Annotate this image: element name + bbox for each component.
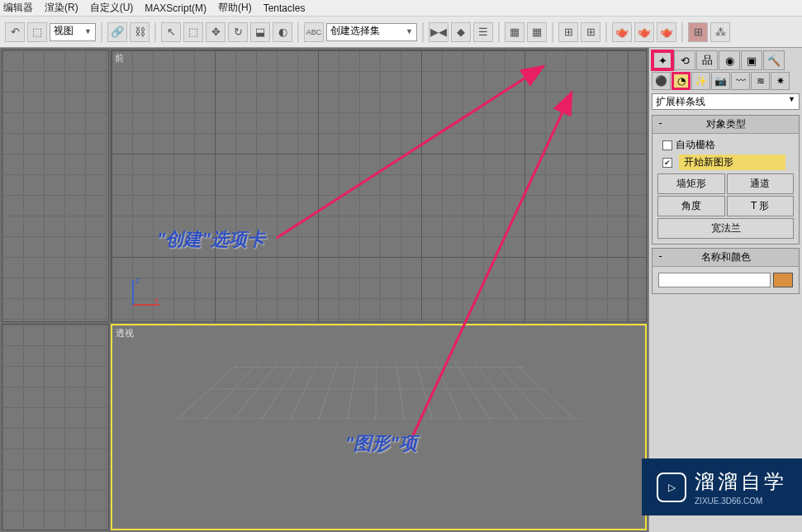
category-dropdown-label: 扩展样条线: [656, 96, 705, 107]
svg-text:z: z: [135, 276, 140, 285]
material-button[interactable]: ⊞: [558, 22, 578, 42]
menu-customize[interactable]: 自定义(U): [90, 1, 134, 15]
menu-maxscript[interactable]: MAXScript(M): [145, 2, 206, 14]
create-icon: ✦: [658, 55, 667, 67]
selection-set-dropdown[interactable]: 创建选择集: [326, 23, 417, 41]
watermark-url: ZIXUE.3D66.COM: [695, 496, 787, 506]
menu-help[interactable]: 帮助(H): [218, 1, 252, 15]
menu-render[interactable]: 渲染(R): [45, 1, 78, 15]
reference-button[interactable]: ◐: [273, 22, 292, 42]
menu-bar: 编辑器 渲染(R) 自定义(U) MAXScript(M) 帮助(H) Tent…: [0, 0, 802, 17]
start-new-shape-row: 开始新图形: [656, 153, 795, 172]
utilities-icon: 🔨: [767, 55, 781, 67]
separator: [101, 22, 102, 42]
shapes-icon: ◔: [677, 75, 686, 87]
scale-button[interactable]: ⬓: [250, 22, 270, 42]
start-new-shape-checkbox[interactable]: [662, 158, 672, 168]
name-color-row: [656, 270, 795, 290]
systems-icon: ✷: [776, 75, 785, 87]
motion-icon: ◉: [725, 55, 734, 67]
viewport-bottom-left[interactable]: [2, 324, 109, 530]
grid-overlay: [2, 50, 108, 321]
display-tab[interactable]: ▣: [741, 50, 762, 70]
svg-text:x: x: [154, 296, 159, 305]
watermark-brand: 溜溜自学: [695, 468, 787, 495]
rollout-header[interactable]: -对象类型: [653, 116, 799, 134]
select-region-button[interactable]: ⬚: [183, 22, 203, 42]
separator: [297, 22, 299, 42]
modify-icon: ⟲: [681, 55, 690, 67]
hierarchy-icon: 品: [702, 53, 713, 68]
color-swatch[interactable]: [773, 273, 793, 287]
wall-rectangle-button[interactable]: 墙矩形: [657, 173, 725, 194]
snap-button[interactable]: ABC: [304, 22, 324, 42]
object-buttons: 墙矩形 通道 角度 T 形 宽法兰: [656, 172, 795, 240]
space-warps-subtab[interactable]: ≋: [751, 72, 770, 90]
tee-button[interactable]: T 形: [727, 196, 795, 216]
undo-icon: ↶: [11, 26, 20, 38]
mirror-button[interactable]: ▶◀: [429, 22, 448, 42]
extra1-button[interactable]: ⊞: [688, 22, 708, 42]
link-button[interactable]: 🔗: [107, 22, 127, 42]
align-button[interactable]: ◆: [451, 22, 471, 42]
separator: [552, 22, 553, 42]
undo-button[interactable]: ↶: [5, 22, 25, 42]
viewport-front[interactable]: 前 x z: [111, 50, 647, 322]
main-toolbar: ↶ ⬚ 视图 🔗 ⛓ ↖ ⬚ ✥ ↻ ⬓ ◐ ABC 创建选择集 ▶◀ ◆ ☰ …: [0, 17, 802, 48]
viewport-perspective[interactable]: 透视: [111, 324, 647, 530]
viewports: 前 x z 透视: [0, 48, 648, 532]
grid-overlay: [2, 325, 108, 530]
cameras-icon: 📷: [714, 75, 727, 87]
category-dropdown[interactable]: 扩展样条线: [652, 93, 800, 110]
curve-editor-button[interactable]: ▦: [505, 22, 524, 42]
motion-tab[interactable]: ◉: [719, 50, 740, 70]
cameras-subtab[interactable]: 📷: [711, 72, 730, 90]
geometry-icon: ⚫: [655, 75, 667, 87]
name-field[interactable]: [658, 273, 771, 287]
grid-overlay-major: [112, 50, 646, 321]
render1-button[interactable]: 🫖: [612, 22, 632, 42]
auto-grid-checkbox[interactable]: [662, 140, 672, 150]
utilities-tab[interactable]: 🔨: [763, 50, 785, 70]
viewport-label: 透视: [116, 327, 134, 340]
systems-subtab[interactable]: ✷: [771, 72, 790, 90]
render2-button[interactable]: 🫖: [634, 22, 654, 42]
angle-button[interactable]: 角度: [657, 196, 725, 216]
shapes-subtab[interactable]: ◔: [671, 72, 690, 90]
create-tab[interactable]: ✦: [652, 50, 673, 70]
channel-button[interactable]: 通道: [727, 173, 795, 194]
separator: [605, 22, 607, 42]
separator: [422, 22, 424, 42]
axis-gizmo: x z: [130, 275, 163, 308]
geometry-subtab[interactable]: ⚫: [652, 72, 671, 90]
move-button[interactable]: ✥: [206, 22, 225, 42]
name-color-rollout: -名称和颜色: [652, 248, 800, 294]
wide-flange-button[interactable]: 宽法兰: [657, 218, 794, 239]
extra2-button[interactable]: ⁂: [710, 22, 730, 42]
hierarchy-tab[interactable]: 品: [696, 50, 718, 70]
perspective-grid: [175, 361, 582, 420]
redo-button[interactable]: ⬚: [27, 22, 47, 42]
viewport-top-left[interactable]: [2, 50, 109, 322]
create-subtabs: ⚫ ◔ ✨ 📷 〰 ≋ ✷: [652, 72, 800, 90]
auto-grid-row: 自动栅格: [656, 137, 795, 153]
rotate-button[interactable]: ↻: [228, 22, 248, 42]
modify-tab[interactable]: ⟲: [674, 50, 695, 70]
auto-grid-label: 自动栅格: [676, 138, 715, 152]
command-panel-tabs: ✦ ⟲ 品 ◉ ▣ 🔨: [652, 50, 800, 70]
layers-button[interactable]: ☰: [473, 22, 493, 42]
watermark: ▷ 溜溜自学 ZIXUE.3D66.COM: [642, 458, 802, 515]
rollout-header[interactable]: -名称和颜色: [653, 249, 799, 267]
unlink-button[interactable]: ⛓: [130, 22, 149, 42]
render3-button[interactable]: 🫖: [657, 22, 676, 42]
view-dropdown-label: 视图: [54, 25, 74, 36]
lights-subtab[interactable]: ✨: [691, 72, 710, 90]
schematic-button[interactable]: ▦: [527, 22, 547, 42]
separator: [681, 22, 683, 42]
menu-tentacles[interactable]: Tentacles: [263, 2, 306, 14]
view-dropdown[interactable]: 视图: [50, 23, 96, 41]
menu-editor[interactable]: 编辑器: [3, 1, 33, 15]
render-setup-button[interactable]: ⊞: [581, 22, 600, 42]
select-button[interactable]: ↖: [161, 22, 181, 42]
helpers-subtab[interactable]: 〰: [731, 72, 750, 90]
